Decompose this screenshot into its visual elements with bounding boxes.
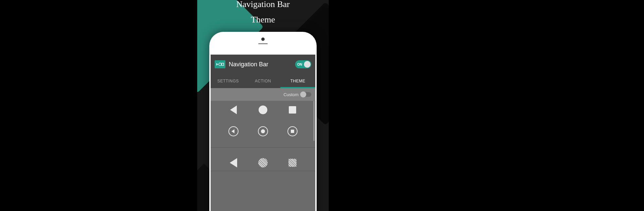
toggle-on-label: ON (297, 63, 302, 66)
theme-option-outline[interactable] (211, 115, 315, 148)
svg-marker-0 (216, 63, 218, 66)
back-icon (228, 105, 238, 115)
phone-camera-icon (261, 38, 265, 41)
back-icon (228, 158, 238, 168)
home-icon (258, 158, 268, 168)
theme-option-hatched[interactable] (211, 148, 315, 171)
promo-panel: Navigation Bar Theme Navigation Bar ON (197, 0, 329, 211)
svg-rect-2 (222, 63, 224, 66)
phone-mockup: Navigation Bar ON SETTINGS ACTION THEME … (209, 32, 317, 211)
app-header: Navigation Bar ON (211, 55, 315, 74)
home-icon (258, 126, 268, 136)
phone-speaker-icon (258, 43, 268, 44)
promo-title-line2: Theme (197, 15, 329, 25)
promo-title: Navigation Bar Theme (197, 0, 329, 25)
home-icon (258, 105, 268, 115)
app-title: Navigation Bar (229, 61, 295, 68)
app-logo-icon (215, 60, 225, 68)
svg-point-1 (219, 63, 221, 66)
custom-label: Custom (283, 92, 299, 97)
navbar-enable-toggle[interactable]: ON (295, 60, 311, 68)
app-screen: Navigation Bar ON SETTINGS ACTION THEME … (211, 55, 315, 211)
tab-action[interactable]: ACTION (246, 74, 280, 88)
recent-icon (287, 126, 298, 136)
theme-list[interactable] (211, 101, 315, 171)
custom-toggle-row: Custom (211, 88, 315, 101)
toggle-knob-icon (304, 61, 311, 68)
tab-settings[interactable]: SETTINGS (211, 74, 246, 88)
custom-toggle[interactable] (301, 92, 311, 97)
promo-title-line1: Navigation Bar (197, 0, 329, 9)
tab-theme[interactable]: THEME (280, 74, 315, 88)
theme-option-solid[interactable] (211, 101, 315, 115)
recent-icon (287, 158, 298, 168)
back-icon (228, 126, 238, 136)
toggle-knob-icon (300, 91, 306, 97)
recent-icon (287, 105, 298, 115)
tab-bar: SETTINGS ACTION THEME (211, 74, 315, 88)
scrollbar[interactable] (313, 101, 315, 141)
tab-indicator (280, 87, 315, 88)
